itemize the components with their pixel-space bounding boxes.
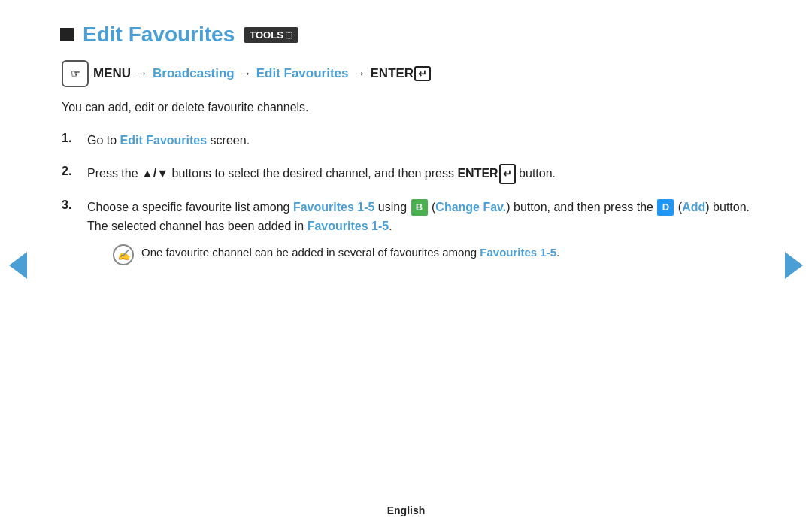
page-container: Edit Favourites TOOLS ⬚ ☞ MENU → Broadca… <box>0 0 812 530</box>
footer-language: English <box>387 504 426 516</box>
nav-arrow-right[interactable] <box>785 252 803 279</box>
step-1: 1. Go to Edit Favourites screen. <box>62 131 752 150</box>
step-1-text: Go to Edit Favourites screen. <box>87 131 250 150</box>
tools-badge: TOOLS ⬚ <box>244 27 298 43</box>
step-1-number: 1. <box>62 131 77 145</box>
btn-blue-d: D <box>657 199 674 216</box>
step-1-highlight: Edit Favourites <box>120 134 208 147</box>
title-row: Edit Favourites TOOLS ⬚ <box>60 23 752 47</box>
note-icon: ✍ <box>113 244 134 265</box>
step-3: 3. Choose a specific favourite list amon… <box>62 198 752 265</box>
note-favourites: Favourites 1-5 <box>480 246 556 259</box>
tools-label: TOOLS <box>250 29 283 41</box>
step-3-add: Add <box>682 201 705 214</box>
step-3-text: Choose a specific favourite list among F… <box>87 198 752 265</box>
nav-arrow-left[interactable] <box>9 252 27 279</box>
note-text: One favourite channel can be added in se… <box>141 244 559 262</box>
step-3-favourites1: Favourites 1-5 <box>293 201 374 214</box>
step-2-buttons: ▲/▼ <box>141 167 168 180</box>
page-title: Edit Favourites <box>83 23 235 47</box>
breadcrumb-arrow-1: → <box>135 66 148 81</box>
title-square-icon <box>60 28 74 41</box>
btn-green-b: B <box>411 199 428 216</box>
enter-box: ↵ <box>414 66 431 81</box>
footer: English <box>0 494 812 530</box>
note-block: ✍ One favourite channel can be added in … <box>113 244 752 265</box>
step-2-text: Press the ▲/▼ buttons to select the desi… <box>87 164 556 184</box>
steps-list: 1. Go to Edit Favourites screen. 2. Pres… <box>62 131 752 265</box>
menu-hand-icon: ☞ <box>71 68 80 80</box>
breadcrumb-broadcasting: Broadcasting <box>153 66 235 81</box>
breadcrumb-arrow-3: → <box>353 66 366 81</box>
tools-icon: ⬚ <box>285 30 292 40</box>
breadcrumb-edit-favourites: Edit Favourites <box>256 66 349 81</box>
breadcrumb-enter-label: ENTER↵ <box>371 66 432 82</box>
step-3-change-fav: Change Fav. <box>435 201 506 214</box>
main-content: Edit Favourites TOOLS ⬚ ☞ MENU → Broadca… <box>0 0 812 494</box>
breadcrumb-arrow-2: → <box>239 66 252 81</box>
step-2-enter-box: ↵ <box>499 164 516 183</box>
step-3-favourites2: Favourites 1-5 <box>308 220 389 232</box>
step-2-number: 2. <box>62 164 77 178</box>
breadcrumb-row: ☞ MENU → Broadcasting → Edit Favourites … <box>62 60 752 87</box>
description-text: You can add, edit or delete favourite ch… <box>62 101 752 114</box>
step-2: 2. Press the ▲/▼ buttons to select the d… <box>62 164 752 184</box>
breadcrumb-menu-label: MENU <box>93 66 131 81</box>
menu-icon-box: ☞ <box>62 60 89 87</box>
step-3-number: 3. <box>62 198 77 212</box>
step-2-enter: ENTER↵ <box>457 167 515 180</box>
